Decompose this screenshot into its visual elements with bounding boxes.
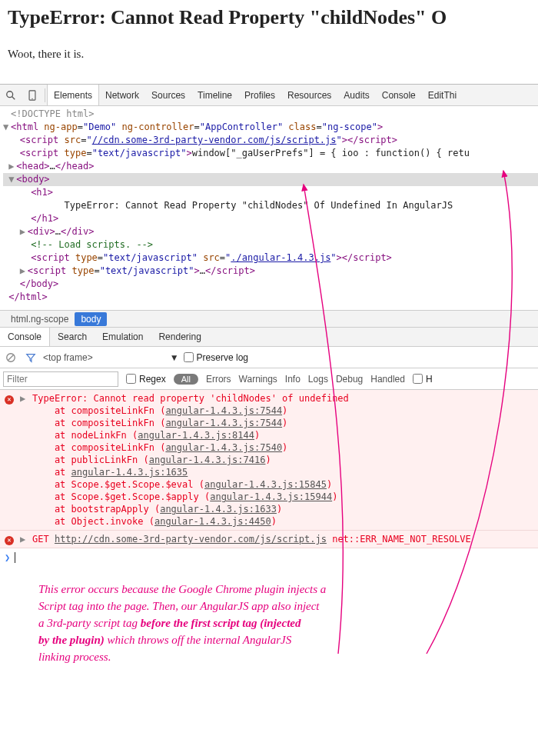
drawer-tabs: Console Search Emulation Rendering [0, 327, 538, 347]
error-icon: ✕ [5, 536, 14, 545]
dropdown-icon: ▼ [170, 352, 179, 363]
tab-console[interactable]: Console [376, 85, 422, 105]
preserve-log-checkbox[interactable]: Preserve log [184, 352, 248, 363]
console-prompt[interactable]: ❯ [0, 548, 538, 567]
filter-debug[interactable]: Debug [336, 374, 363, 385]
page-title: TypeError: Cannot Read Property "childNo… [8, 6, 530, 29]
regex-checkbox[interactable]: Regex [126, 374, 166, 385]
devtools-tabs: Elements Network Sources Timeline Profil… [47, 85, 463, 105]
filter-all[interactable]: All [174, 374, 198, 385]
drawer-tab-console[interactable]: Console [0, 328, 50, 346]
drawer-tab-emulation[interactable]: Emulation [95, 328, 151, 346]
error-icon: ✕ [5, 395, 14, 405]
console-toolbar: <top frame> ▼ Preserve log [0, 347, 538, 368]
page-subtext: Woot, there it is. [8, 48, 530, 61]
filter-warnings[interactable]: Warnings [239, 374, 277, 385]
console-network-error[interactable]: ✕ ▶ GET http://cdn.some-3rd-party-vendor… [0, 531, 538, 548]
filter-errors[interactable]: Errors [206, 374, 231, 385]
tab-timeline[interactable]: Timeline [191, 85, 238, 105]
devtools-toolbar: Elements Network Sources Timeline Profil… [0, 85, 538, 106]
svg-line-5 [8, 355, 14, 360]
frame-selector[interactable]: <top frame> ▼ [43, 352, 179, 363]
expand-icon[interactable]: ▶ [20, 392, 28, 528]
doctype: <!DOCTYPE html> [11, 108, 94, 119]
device-icon[interactable] [22, 85, 43, 105]
clear-console-icon[interactable] [3, 352, 18, 363]
expand-icon[interactable]: ▶ [20, 533, 28, 545]
svg-line-1 [12, 96, 15, 99]
search-icon[interactable] [0, 85, 22, 105]
drawer-tab-search[interactable]: Search [50, 328, 95, 346]
crumb-body[interactable]: body [75, 312, 107, 326]
svg-point-0 [7, 91, 13, 97]
svg-point-3 [32, 98, 32, 98]
drawer-tab-rendering[interactable]: Rendering [151, 328, 208, 346]
prompt-caret-icon: ❯ [5, 551, 10, 564]
filter-input[interactable] [3, 371, 118, 387]
filter-icon[interactable] [23, 352, 38, 363]
filter-info[interactable]: Info [285, 374, 301, 385]
devtools-panel: Elements Network Sources Timeline Profil… [0, 84, 538, 567]
tab-profiles[interactable]: Profiles [238, 85, 281, 105]
error-stack: TypeError: Cannot read property 'childNo… [32, 392, 349, 528]
filter-bar: Regex All Errors Warnings Info Logs Debu… [0, 368, 538, 390]
tab-elements[interactable]: Elements [47, 85, 99, 105]
filter-logs[interactable]: Logs [308, 374, 328, 385]
console-output: ✕ ▶ TypeError: Cannot read property 'chi… [0, 390, 538, 567]
console-error[interactable]: ✕ ▶ TypeError: Cannot read property 'chi… [0, 390, 538, 531]
tab-resources[interactable]: Resources [281, 85, 337, 105]
net-url[interactable]: http://cdn.some-3rd-party-vendor.com/js/… [55, 534, 327, 545]
dom-tree[interactable]: <!DOCTYPE html> ▼<html ng-app="Demo" ng-… [0, 106, 538, 310]
tab-network[interactable]: Network [99, 85, 145, 105]
breadcrumb: html.ng-scope body [0, 310, 538, 327]
crumb-html[interactable]: html.ng-scope [5, 312, 75, 326]
hide-checkbox[interactable]: H [413, 374, 433, 385]
tab-sources[interactable]: Sources [145, 85, 191, 105]
filter-handled[interactable]: Handled [370, 374, 405, 385]
tab-editthis[interactable]: EditThi [422, 85, 463, 105]
tab-audits[interactable]: Audits [337, 85, 375, 105]
annotation-note: This error occurs because the Google Chr… [0, 567, 538, 688]
